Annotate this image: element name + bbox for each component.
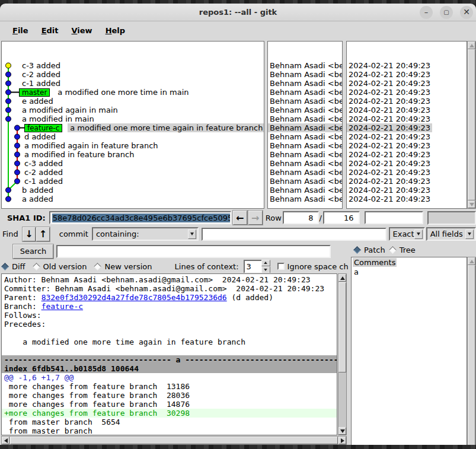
search-input[interactable] — [56, 245, 331, 258]
commit-row[interactable]: c-1 added — [2, 177, 264, 186]
commit-date-cell[interactable]: 2024-02-21 20:49:23 — [347, 106, 467, 114]
commit-date-cell[interactable]: 2024-02-21 20:49:23 — [347, 61, 467, 70]
tree-radio[interactable] — [389, 246, 397, 254]
commit-row[interactable]: c-2 added — [2, 168, 264, 177]
scroll-right-icon[interactable] — [338, 437, 346, 444]
commit-row[interactable]: c-3 added — [2, 159, 264, 168]
commit-row[interactable]: c-2 added — [2, 70, 264, 79]
commit-row[interactable]: a modified in main — [2, 114, 264, 123]
search-button[interactable]: Search — [13, 244, 53, 259]
diff-link[interactable]: 832e0f3d30292d4a27fde78c7805e4b1795236d6 — [41, 293, 227, 302]
scroll-up-icon[interactable] — [468, 42, 475, 49]
diff-link[interactable]: feature-c — [41, 302, 83, 311]
context-lines-value[interactable]: 3 — [244, 260, 261, 273]
commit-date-cell[interactable]: 2024-02-21 20:49:23 — [347, 177, 467, 186]
find-type-dropdown[interactable]: containing: — [92, 227, 199, 241]
file-list-item-comments[interactable]: Comments — [353, 258, 465, 268]
commit-author-cell[interactable]: Behnam Asadi <beh — [268, 195, 342, 203]
titlebar[interactable]: repos1: --all - gitk – ▢ ✕ — [0, 4, 476, 21]
fields-mode-dropdown[interactable]: All fields — [426, 227, 476, 241]
commit-author-cell[interactable]: Behnam Asadi <beh — [268, 141, 342, 150]
commit-date-cell[interactable]: 2024-02-21 20:49:23 — [347, 79, 467, 88]
file-list-scrollbar[interactable] — [467, 257, 476, 449]
menu-file[interactable]: File — [6, 24, 35, 37]
branch-label-master[interactable]: master — [19, 88, 50, 97]
ignore-space-checkbox[interactable] — [277, 263, 285, 270]
commit-author-cell[interactable]: Behnam Asadi <beh — [268, 61, 342, 70]
new-version-radio[interactable] — [94, 263, 102, 270]
menu-view[interactable]: View — [65, 24, 99, 37]
old-version-radio[interactable] — [33, 263, 40, 270]
context-lines-stepper[interactable]: 3 — [244, 260, 270, 273]
commit-author-cell[interactable]: Behnam Asadi <beh — [268, 97, 342, 106]
commit-row[interactable]: a added — [2, 195, 264, 203]
commit-date-cell[interactable]: 2024-02-21 20:49:23 — [347, 159, 467, 168]
patch-radio[interactable] — [353, 246, 361, 254]
commit-date-cell[interactable]: 2024-02-21 20:49:23 — [347, 132, 467, 141]
scroll-thumb[interactable] — [338, 282, 346, 372]
scroll-down-icon[interactable] — [338, 427, 346, 435]
commit-date-cell[interactable]: 2024-02-21 20:49:23 — [347, 195, 467, 203]
commit-row[interactable]: a modified again in feature branch — [2, 141, 264, 150]
commit-author-cell[interactable]: Behnam Asadi <beh — [268, 106, 342, 114]
commit-author-cell[interactable]: Behnam Asadi <beh — [268, 150, 342, 159]
menu-edit[interactable]: Edit — [35, 24, 65, 37]
close-icon[interactable]: ✕ — [460, 6, 473, 19]
commit-row[interactable]: b added — [2, 186, 264, 195]
commit-date-cell[interactable]: 2024-02-21 20:49:23 — [347, 168, 467, 177]
commit-row[interactable]: c-3 added — [2, 61, 264, 70]
scroll-down-icon[interactable] — [468, 200, 475, 208]
commit-row[interactable]: feature-ca modified one more time again … — [2, 123, 264, 132]
scroll-thumb[interactable] — [468, 49, 475, 200]
scroll-thumb[interactable] — [10, 437, 338, 444]
commit-author-cell[interactable]: Behnam Asadi <beh — [268, 186, 342, 195]
scroll-left-icon[interactable] — [2, 437, 9, 444]
author-column[interactable]: Behnam Asadi <behBehnam Asadi <behBehnam… — [267, 41, 343, 209]
commit-date-cell[interactable]: 2024-02-21 20:49:23 — [347, 114, 467, 123]
history-back-button[interactable]: ← — [233, 211, 247, 225]
sha1-extra-field[interactable] — [365, 211, 424, 224]
file-list-panel[interactable]: Commentsa — [351, 257, 467, 449]
commit-row[interactable]: d added — [2, 132, 264, 141]
minimize-icon[interactable]: – — [420, 6, 433, 19]
find-query-input[interactable] — [202, 228, 386, 241]
commit-date-cell[interactable]: 2024-02-21 20:49:23 — [347, 88, 467, 97]
scroll-thumb[interactable] — [468, 265, 475, 449]
commit-row[interactable]: a modified in feature branch — [2, 150, 264, 159]
diff-scrollbar[interactable] — [338, 273, 347, 435]
diff-h-scrollbar[interactable] — [1, 436, 347, 445]
diff-radio[interactable] — [1, 263, 9, 270]
file-list-item-a[interactable]: a — [353, 268, 465, 277]
scroll-up-icon[interactable] — [338, 274, 346, 282]
branch-label-feature-c[interactable]: feature-c — [24, 124, 62, 132]
commit-date-cell[interactable]: 2024-02-21 20:49:23 — [347, 123, 467, 132]
commit-list-scrollbar[interactable] — [467, 41, 476, 209]
match-mode-dropdown[interactable]: Exact — [389, 227, 425, 241]
maximize-icon[interactable]: ▢ — [440, 6, 453, 19]
scroll-up-icon[interactable] — [468, 257, 475, 265]
diff-view[interactable]: Author: Behnam Asadi <behnam.asadi@gmail… — [1, 273, 337, 435]
commit-author-cell[interactable]: Behnam Asadi <beh — [268, 132, 342, 141]
date-column[interactable]: 2024-02-21 20:49:232024-02-21 20:49:2320… — [346, 41, 467, 209]
find-next-button[interactable]: ↓ — [23, 227, 36, 241]
commit-author-cell[interactable]: Behnam Asadi <beh — [268, 70, 342, 79]
commit-graph-panel[interactable]: c-3 addedc-2 addedc-1 addedmastera modif… — [1, 41, 264, 209]
commit-author-cell[interactable]: Behnam Asadi <beh — [268, 114, 342, 123]
commit-date-cell[interactable]: 2024-02-21 20:49:23 — [347, 186, 467, 195]
commit-date-cell[interactable]: 2024-02-21 20:49:23 — [347, 150, 467, 159]
commit-author-cell[interactable]: Behnam Asadi <beh — [268, 88, 342, 97]
commit-author-cell[interactable]: Behnam Asadi <beh — [268, 168, 342, 177]
commit-date-cell[interactable]: 2024-02-21 20:49:23 — [347, 141, 467, 150]
commit-row[interactable]: a modified again in main — [2, 106, 264, 114]
sha1-input[interactable]: 58e78d026cc34ad3c8e495e6b37695cfce5095dd — [49, 211, 231, 224]
commit-date-cell[interactable]: 2024-02-21 20:49:23 — [347, 70, 467, 79]
commit-author-cell[interactable]: Behnam Asadi <beh — [268, 159, 342, 168]
commit-author-cell[interactable]: Behnam Asadi <beh — [268, 123, 342, 132]
menu-help[interactable]: Help — [99, 24, 132, 37]
stepper-up-icon[interactable] — [261, 260, 270, 266]
commit-row[interactable]: e added — [2, 97, 264, 106]
commit-row[interactable]: c-1 added — [2, 79, 264, 88]
commit-row[interactable]: mastera modified one more time in main — [2, 88, 264, 97]
commit-author-cell[interactable]: Behnam Asadi <beh — [268, 177, 342, 186]
history-forward-button[interactable]: → — [248, 211, 263, 225]
